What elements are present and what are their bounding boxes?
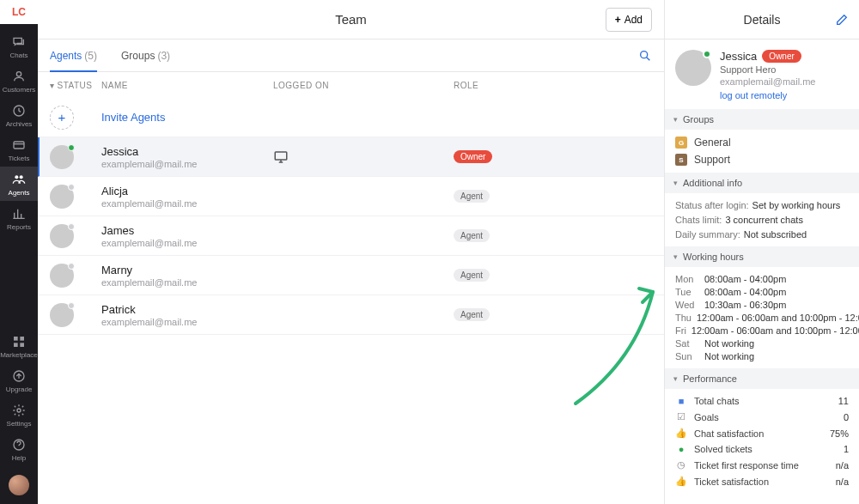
chevron-down-icon: ▾ — [673, 115, 678, 124]
col-name[interactable]: NAME — [101, 81, 273, 90]
svg-rect-2 — [14, 142, 24, 149]
clock-icon: ◷ — [675, 459, 687, 471]
plus-circle-icon: + — [50, 106, 74, 130]
svg-point-10 — [17, 409, 21, 412]
col-role-label: ROLE — [454, 81, 478, 90]
hours-row: Fri12:00am - 06:00am and 10:00pm - 12:00… — [675, 325, 849, 336]
chevron-down-icon: ▾ — [50, 81, 55, 90]
thumb-icon: 👍 — [675, 476, 687, 487]
goal-icon: ☑ — [675, 411, 687, 422]
col-role[interactable]: ROLE — [454, 81, 652, 90]
agent-email: examplemail@mail.me — [101, 317, 273, 327]
agent-row[interactable]: James examplemail@mail.me Agent — [38, 216, 664, 256]
agent-row[interactable]: Marny examplemail@mail.me Agent — [38, 256, 664, 295]
nav-tickets[interactable]: Tickets — [0, 132, 38, 167]
column-headers: ▾ STATUS NAME LOGGED ON ROLE — [38, 72, 664, 98]
perf-value: n/a — [836, 477, 849, 487]
role-badge-owner: Owner — [762, 50, 801, 63]
clock-icon — [11, 103, 27, 118]
perf-label: Ticket first response time — [694, 460, 829, 471]
nav-chats[interactable]: Chats — [0, 29, 38, 64]
nav-tickets-label: Tickets — [8, 155, 29, 162]
sidebar-nav: LC Chats Customers Archives Tickets Agen… — [0, 0, 38, 504]
info-row: Daily summary:Not subscribed — [675, 229, 849, 240]
agent-name: Patrick — [101, 303, 273, 316]
details-title: Details — [744, 13, 781, 27]
tab-agents[interactable]: Agents (5) — [50, 39, 97, 71]
nav-chats-label: Chats — [10, 52, 28, 59]
desktop-icon — [273, 149, 289, 165]
hours-row: SunNot working — [675, 351, 849, 361]
avatar — [50, 303, 74, 327]
agent-email: examplemail@mail.me — [101, 159, 273, 169]
agent-email: examplemail@mail.me — [101, 238, 273, 248]
logo-text: LC — [12, 6, 26, 18]
agent-row[interactable]: Alicja examplemail@mail.me Agent — [38, 177, 664, 216]
search-icon[interactable] — [638, 49, 652, 63]
nav-reports-label: Reports — [7, 224, 31, 231]
nav-customers[interactable]: Customers — [0, 64, 38, 98]
upgrade-icon — [11, 368, 27, 384]
svg-rect-13 — [275, 152, 287, 160]
chevron-down-icon: ▾ — [673, 179, 678, 187]
perf-value: 0 — [844, 412, 849, 422]
perf-row: ☑ Goals 0 — [675, 411, 849, 422]
section-groups[interactable]: ▾ Groups — [665, 109, 859, 130]
group-item[interactable]: G General — [675, 137, 849, 149]
agent-row[interactable]: Jessica examplemail@mail.me Owner — [38, 137, 664, 177]
section-groups-label: Groups — [683, 114, 714, 124]
role-badge-agent: Agent — [454, 308, 490, 321]
main-header: Team + Add — [38, 0, 664, 39]
agent-list: + Invite Agents Jessica examplemail@mail… — [38, 98, 664, 504]
app-logo[interactable]: LC — [0, 0, 38, 24]
edit-icon[interactable] — [835, 13, 849, 27]
perf-row: ◷ Ticket first response time n/a — [675, 459, 849, 471]
hours-time: 10:30am - 06:30pm — [704, 300, 786, 310]
invite-agents-row[interactable]: + Invite Agents — [38, 98, 664, 137]
section-additional-info[interactable]: ▾ Additional info — [665, 173, 859, 193]
nav-archives[interactable]: Archives — [0, 98, 38, 132]
col-status[interactable]: ▾ STATUS — [50, 81, 101, 90]
details-panel: Details Jessica Owner Support Hero examp… — [665, 0, 859, 504]
additional-info-list: Status after login:Set by working hours … — [665, 193, 859, 246]
nav-agents[interactable]: Agents — [0, 167, 38, 201]
nav-marketplace[interactable]: Marketplace — [0, 329, 38, 363]
details-email: examplemail@mail.me — [720, 76, 815, 87]
info-value: 3 concurrent chats — [725, 215, 803, 225]
avatar — [675, 50, 711, 86]
section-working-hours-label: Working hours — [683, 252, 744, 262]
nav-upgrade[interactable]: Upgrade — [0, 363, 38, 398]
tab-groups[interactable]: Groups (3) — [121, 39, 170, 71]
hours-day: Sun — [675, 351, 699, 361]
svg-rect-8 — [20, 343, 24, 347]
info-value: Not subscribed — [744, 229, 807, 240]
col-logged[interactable]: LOGGED ON — [273, 81, 454, 90]
svg-rect-6 — [20, 337, 24, 341]
group-label: General — [694, 137, 731, 149]
logout-link[interactable]: log out remotely — [720, 90, 815, 100]
group-color: S — [675, 154, 687, 166]
avatar — [50, 264, 74, 288]
add-button-label: Add — [624, 14, 643, 26]
hours-day: Sat — [675, 338, 699, 349]
perf-row: ■ Total chats 11 — [675, 396, 849, 406]
add-button[interactable]: + Add — [606, 8, 652, 32]
nav-settings[interactable]: Settings — [0, 398, 38, 432]
group-item[interactable]: S Support — [675, 154, 849, 166]
section-performance[interactable]: ▾ Performance — [665, 368, 859, 389]
col-status-label: STATUS — [58, 81, 93, 90]
nav-customers-label: Customers — [3, 87, 36, 94]
svg-point-12 — [641, 51, 648, 58]
agent-email: examplemail@mail.me — [101, 277, 273, 288]
details-role: Support Hero — [720, 64, 815, 75]
nav-reports[interactable]: Reports — [0, 201, 38, 235]
perf-label: Total chats — [694, 396, 832, 406]
hours-day: Thu — [675, 313, 691, 323]
perf-label: Ticket satisfaction — [694, 477, 829, 487]
agent-row[interactable]: Patrick examplemail@mail.me Agent — [38, 295, 664, 335]
user-avatar[interactable] — [9, 475, 29, 495]
hours-time: 12:00am - 06:00am and 10:00pm - 12:00am — [691, 325, 859, 336]
nav-help[interactable]: Help — [0, 432, 38, 466]
section-working-hours[interactable]: ▾ Working hours — [665, 246, 859, 267]
plus-icon: + — [615, 14, 621, 26]
